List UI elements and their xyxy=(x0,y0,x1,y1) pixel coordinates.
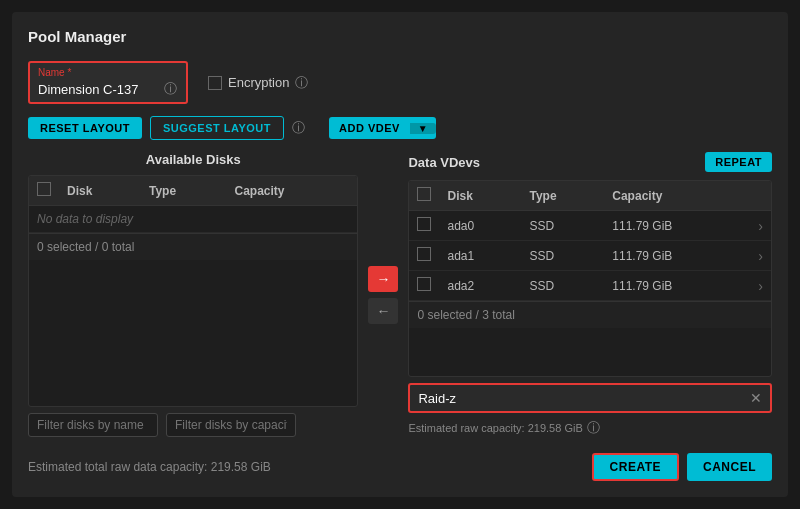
vdev-capacity-col: Capacity xyxy=(604,181,750,211)
required-marker: * xyxy=(67,67,71,78)
suggest-layout-button[interactable]: SUGGEST LAYOUT xyxy=(150,116,284,140)
capacity-estimate-text: Estimated raw capacity: 219.58 GiB xyxy=(408,422,582,434)
row-checkbox[interactable] xyxy=(417,247,431,261)
top-row: Name * ⓘ Encryption ⓘ xyxy=(28,61,772,104)
vdev-bottom: StripeMirrorRaid-zRaid-z2Raid-z3 ✕ Estim… xyxy=(408,383,772,437)
add-vdev-label: ADD VDEV xyxy=(329,122,410,134)
data-vdevs-table: Disk Type Capacity ada0 SSD 111.79 GiB ›… xyxy=(409,181,771,301)
filter-row xyxy=(28,413,358,437)
available-disks-header-row: Disk Type Capacity xyxy=(29,176,357,206)
forward-arrow-button[interactable]: → xyxy=(368,266,398,292)
reset-layout-button[interactable]: RESET LAYOUT xyxy=(28,117,142,139)
action-buttons: CREATE CANCEL xyxy=(592,453,772,481)
available-disks-table-wrap: Disk Type Capacity No data to display 0 … xyxy=(28,175,358,407)
vdev-check-col xyxy=(409,181,439,211)
capacity-cell: 111.79 GiB xyxy=(604,241,750,271)
vdev-detail-col xyxy=(750,181,771,211)
data-vdevs-section: Data VDevs REPEAT Disk Type Capacity xyxy=(408,152,772,437)
add-vdev-dropdown-arrow[interactable]: ▼ xyxy=(410,123,436,134)
row-chevron-icon[interactable]: › xyxy=(758,278,763,294)
arrow-column: → ← xyxy=(358,152,408,437)
name-field-wrap: Name * ⓘ xyxy=(28,61,188,104)
type-cell: SSD xyxy=(521,271,604,301)
select-all-vdev-checkbox[interactable] xyxy=(417,187,431,201)
layout-info-icon[interactable]: ⓘ xyxy=(292,119,305,137)
toolbar-row: RESET LAYOUT SUGGEST LAYOUT ⓘ ADD VDEV ▼ xyxy=(28,116,772,140)
vdev-selected-info: 0 selected / 3 total xyxy=(409,301,771,328)
available-capacity-col: Capacity xyxy=(227,176,358,206)
repeat-button[interactable]: REPEAT xyxy=(705,152,772,172)
raid-type-select[interactable]: StripeMirrorRaid-zRaid-z2Raid-z3 xyxy=(418,391,746,406)
main-content: Available Disks Disk Type Capacity xyxy=(28,152,772,437)
disk-cell: ada1 xyxy=(439,241,521,271)
bottom-bar: Estimated total raw data capacity: 219.5… xyxy=(28,453,772,481)
table-row[interactable]: ada1 SSD 111.79 GiB › xyxy=(409,241,771,271)
filter-capacity-input[interactable] xyxy=(166,413,296,437)
page-title: Pool Manager xyxy=(28,28,772,45)
capacity-info-icon[interactable]: ⓘ xyxy=(587,419,600,437)
vdev-capacity-estimate: Estimated raw capacity: 219.58 GiB ⓘ xyxy=(408,419,772,437)
available-disks-table: Disk Type Capacity No data to display xyxy=(29,176,357,233)
vdevs-header-row: Disk Type Capacity xyxy=(409,181,771,211)
name-info-icon[interactable]: ⓘ xyxy=(164,80,177,98)
row-chevron-icon[interactable]: › xyxy=(758,218,763,234)
create-button[interactable]: CREATE xyxy=(592,453,679,481)
available-disks-section: Available Disks Disk Type Capacity xyxy=(28,152,358,437)
capacity-cell: 111.79 GiB xyxy=(604,211,750,241)
encryption-checkbox[interactable] xyxy=(208,76,222,90)
vdevs-header: Data VDevs REPEAT xyxy=(408,152,772,172)
name-label: Name * xyxy=(38,67,178,78)
back-arrow-button[interactable]: ← xyxy=(368,298,398,324)
disk-cell: ada2 xyxy=(439,271,521,301)
vdev-disk-col: Disk xyxy=(439,181,521,211)
vdev-type-col: Type xyxy=(521,181,604,211)
row-chevron-icon[interactable]: › xyxy=(758,248,763,264)
data-vdevs-table-wrap: Disk Type Capacity ada0 SSD 111.79 GiB ›… xyxy=(408,180,772,377)
row-checkbox[interactable] xyxy=(417,277,431,291)
data-vdevs-heading: Data VDevs xyxy=(408,155,480,170)
encryption-info-icon[interactable]: ⓘ xyxy=(295,74,308,92)
raid-close-icon[interactable]: ✕ xyxy=(750,390,762,406)
capacity-cell: 111.79 GiB xyxy=(604,271,750,301)
pool-manager-panel: Pool Manager Name * ⓘ Encryption ⓘ RESET… xyxy=(12,12,788,497)
forward-arrow-icon: → xyxy=(376,271,390,287)
type-cell: SSD xyxy=(521,211,604,241)
no-data-cell: No data to display xyxy=(29,206,357,233)
cancel-button[interactable]: CANCEL xyxy=(687,453,772,481)
encryption-row: Encryption ⓘ xyxy=(208,74,308,92)
type-cell: SSD xyxy=(521,241,604,271)
row-checkbox[interactable] xyxy=(417,217,431,231)
available-selected-info: 0 selected / 0 total xyxy=(29,233,357,260)
encryption-label: Encryption xyxy=(228,75,289,90)
raid-select-wrap: StripeMirrorRaid-zRaid-z2Raid-z3 ✕ xyxy=(408,383,772,413)
available-disk-check-col xyxy=(29,176,59,206)
total-estimate-text: Estimated total raw data capacity: 219.5… xyxy=(28,460,271,474)
name-input-row: ⓘ xyxy=(38,80,178,98)
disk-cell: ada0 xyxy=(439,211,521,241)
table-row[interactable]: ada0 SSD 111.79 GiB › xyxy=(409,211,771,241)
pool-name-input[interactable] xyxy=(38,82,158,97)
filter-name-input[interactable] xyxy=(28,413,158,437)
name-label-text: Name xyxy=(38,67,65,78)
available-disk-col: Disk xyxy=(59,176,141,206)
available-type-col: Type xyxy=(141,176,227,206)
back-arrow-icon: ← xyxy=(376,303,390,319)
table-row[interactable]: ada2 SSD 111.79 GiB › xyxy=(409,271,771,301)
add-vdev-button[interactable]: ADD VDEV ▼ xyxy=(329,117,436,139)
select-all-available-checkbox[interactable] xyxy=(37,182,51,196)
available-disks-heading: Available Disks xyxy=(28,152,358,167)
no-data-row: No data to display xyxy=(29,206,357,233)
